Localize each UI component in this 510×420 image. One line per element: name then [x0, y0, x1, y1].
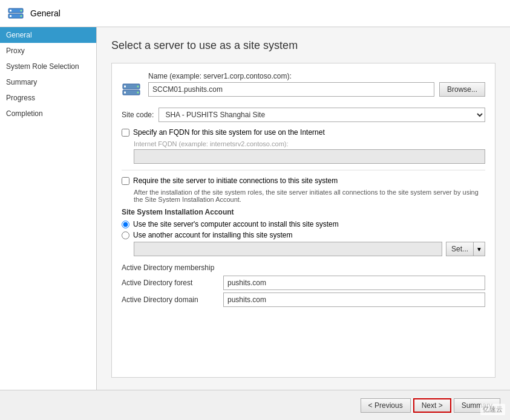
form-section: Name (example: server1.corp.contoso.com)… — [111, 63, 495, 378]
require-checkbox[interactable] — [122, 177, 129, 185]
radio-option1[interactable] — [122, 221, 129, 228]
sidebar-item-system-role[interactable]: System Role Selection — [0, 59, 96, 74]
divider-1 — [122, 170, 485, 170]
require-checkbox-row: Require the site server to initiate conn… — [122, 176, 485, 185]
ad-domain-label: Active Directory domain — [122, 296, 218, 304]
account-input-row: Set... ▼ — [134, 242, 485, 256]
previous-button[interactable]: < Previous — [361, 398, 411, 413]
sidebar-item-general[interactable]: General — [0, 27, 96, 43]
ad-forest-label: Active Directory forest — [122, 279, 218, 287]
set-arrow-button[interactable]: ▼ — [474, 242, 485, 256]
svg-rect-4 — [10, 15, 11, 17]
name-label: Name (example: server1.corp.contoso.com)… — [148, 72, 485, 80]
svg-point-11 — [137, 92, 139, 94]
name-input[interactable] — [148, 82, 434, 97]
name-input-row: Browse... — [148, 82, 485, 97]
site-code-select[interactable]: SHA - PUSHITS Shanghai Site — [159, 108, 485, 122]
set-btn-group: Set... ▼ — [446, 242, 485, 256]
svg-point-8 — [137, 86, 139, 88]
radio-option2-row: Use another account for installing this … — [122, 231, 485, 239]
svg-rect-1 — [10, 10, 11, 11]
title-bar-text: General — [30, 8, 60, 18]
fqdn-checkbox-row: Specify an FQDN for this site system for… — [122, 128, 485, 137]
server-form-icon — [122, 80, 141, 100]
footer-buttons: < Previous Next > Summary — [361, 398, 500, 413]
sidebar-item-progress[interactable]: Progress — [0, 90, 96, 106]
title-bar: General — [0, 0, 510, 27]
svg-rect-7 — [124, 86, 126, 88]
next-button[interactable]: Next > — [413, 398, 451, 413]
fqdn-input-label: Internet FQDN (example: internetsrv2.con… — [134, 140, 485, 147]
fqdn-checkbox[interactable] — [122, 129, 129, 137]
fqdn-input-group: Internet FQDN (example: internetsrv2.con… — [122, 140, 485, 164]
radio-option1-row: Use the site server's computer account t… — [122, 220, 485, 228]
fqdn-input[interactable] — [134, 149, 485, 164]
sidebar-item-summary[interactable]: Summary — [0, 74, 96, 90]
content-area: Select a server to use as a site system … — [97, 27, 510, 390]
ad-domain-row: Active Directory domain — [122, 292, 485, 307]
ad-membership-section: Active Directory membership Active Direc… — [122, 263, 485, 307]
radio-option2[interactable] — [122, 231, 129, 239]
install-account-title: Site System Installation Account — [122, 208, 485, 216]
ad-membership-title: Active Directory membership — [122, 263, 485, 272]
site-code-row: Site code: SHA - PUSHITS Shanghai Site — [122, 108, 485, 122]
set-button[interactable]: Set... — [446, 242, 474, 256]
main-container: General Proxy System Role Selection Summ… — [0, 27, 510, 390]
footer: < Previous Next > Summary — [0, 390, 510, 420]
svg-point-2 — [21, 10, 22, 11]
ad-forest-row: Active Directory forest — [122, 276, 485, 290]
svg-rect-10 — [124, 92, 126, 94]
radio-option1-label: Use the site server's computer account t… — [133, 220, 339, 228]
sidebar-item-completion[interactable]: Completion — [0, 106, 96, 121]
watermark: 亿速云 — [480, 404, 505, 415]
installation-account-section: Site System Installation Account Use the… — [122, 208, 485, 256]
radio-option2-label: Use another account for installing this … — [133, 231, 292, 239]
sidebar-item-proxy[interactable]: Proxy — [0, 43, 96, 59]
site-code-label: Site code: — [122, 111, 154, 119]
server-name-area: Name (example: server1.corp.contoso.com)… — [122, 72, 485, 102]
ad-forest-input[interactable] — [223, 276, 485, 290]
require-checkbox-label: Require the site server to initiate conn… — [133, 176, 338, 185]
server-fields: Name (example: server1.corp.contoso.com)… — [148, 72, 485, 102]
account-input[interactable] — [134, 242, 442, 256]
server-icon — [6, 4, 25, 23]
ad-domain-input[interactable] — [223, 292, 485, 307]
fqdn-checkbox-label: Specify an FQDN for this site system for… — [133, 128, 325, 137]
browse-button[interactable]: Browse... — [439, 82, 485, 97]
page-title: Select a server to use as a site system — [111, 39, 495, 52]
svg-point-5 — [21, 15, 22, 17]
sidebar: General Proxy System Role Selection Summ… — [0, 27, 97, 390]
require-text: After the installation of the site syste… — [134, 189, 485, 203]
